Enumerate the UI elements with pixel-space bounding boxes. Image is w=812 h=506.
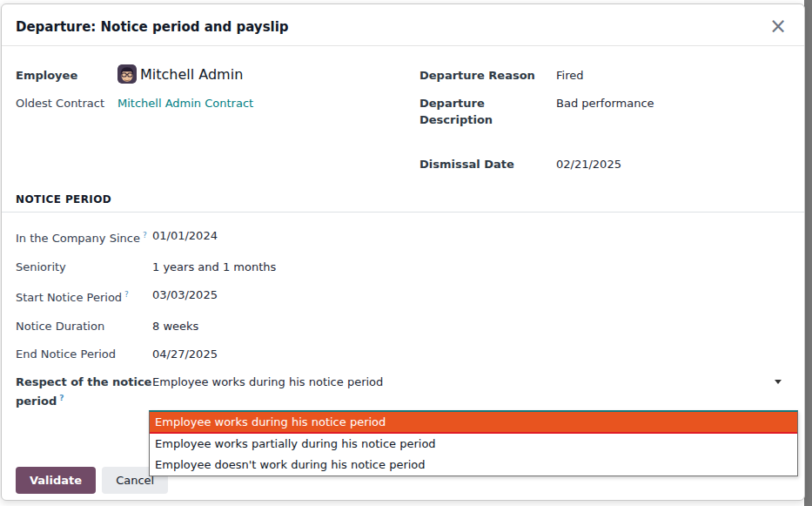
close-icon[interactable]: ×: [766, 17, 790, 35]
notice-period-fields: In the Company Since? 01/01/2024 Seniori…: [16, 213, 790, 409]
help-icon[interactable]: ?: [59, 394, 64, 402]
notice-duration-row: Notice Duration 8 weeks: [16, 318, 790, 334]
dialog-title: Departure: Notice period and payslip: [16, 17, 289, 35]
dialog-body: Employee Mitchell Admin: [2, 46, 804, 409]
departure-reason-label: Departure Reason: [419, 67, 556, 84]
header-fields: Employee Mitchell Admin: [16, 67, 790, 185]
in-company-since-label: In the Company Since?: [16, 227, 152, 246]
help-icon[interactable]: ?: [124, 290, 129, 299]
oldest-contract-label: Oldest Contract: [16, 95, 117, 111]
oldest-contract-link[interactable]: Mitchell Admin Contract: [117, 95, 253, 111]
chevron-down-icon: [775, 380, 782, 384]
departure-description-row: Departure Description Bad performance: [419, 95, 790, 128]
respect-notice-select[interactable]: Employee works during his notice period: [152, 374, 789, 392]
employee-name: Mitchell Admin: [140, 66, 243, 83]
employee-column: Employee Mitchell Admin: [16, 67, 419, 185]
start-notice-period-label: Start Notice Period?: [16, 287, 152, 306]
dropdown-option-doesnt-work[interactable]: Employee doesn't work during his notice …: [150, 455, 797, 476]
departure-description-label: Departure Description: [419, 95, 556, 128]
in-company-since-row: In the Company Since? 01/01/2024: [16, 227, 790, 246]
departure-reason-value[interactable]: Fired: [556, 67, 583, 84]
dismissal-date-label: Dismissal Date: [419, 156, 556, 172]
dimmed-backdrop: [804, 0, 812, 506]
seniority-value[interactable]: 1 years and 1 months: [152, 259, 276, 275]
departure-dialog: Departure: Notice period and payslip × E…: [1, 3, 805, 501]
notice-period-section-title: NOTICE PERIOD: [2, 193, 804, 213]
dialog-footer: Validate Cancel: [16, 467, 168, 494]
oldest-contract-row: Oldest Contract Mitchell Admin Contract: [16, 95, 419, 111]
end-notice-period-row: End Notice Period 04/27/2025: [16, 346, 790, 362]
end-notice-period-value[interactable]: 04/27/2025: [152, 346, 218, 362]
respect-notice-dropdown: Employee works during his notice period …: [149, 410, 798, 476]
departure-description-value[interactable]: Bad performance: [556, 95, 654, 128]
employee-value[interactable]: Mitchell Admin: [117, 64, 243, 84]
dropdown-option-works-partially[interactable]: Employee works partially during his noti…: [150, 434, 797, 455]
employee-avatar: [117, 64, 137, 84]
dialog-header: Departure: Notice period and payslip ×: [2, 4, 804, 46]
dismissal-date-row: Dismissal Date 02/21/2025: [419, 156, 790, 172]
respect-notice-selected-value: Employee works during his notice period: [152, 375, 383, 388]
departure-column: Departure Reason Fired Departure Descrip…: [419, 67, 790, 185]
start-notice-period-value[interactable]: 03/03/2025: [152, 287, 218, 306]
dismissal-date-value[interactable]: 02/21/2025: [556, 156, 621, 172]
end-notice-period-label: End Notice Period: [16, 346, 152, 362]
respect-notice-label: Respect of the notice period?: [16, 374, 152, 409]
help-icon[interactable]: ?: [143, 231, 147, 240]
departure-reason-row: Departure Reason Fired: [419, 67, 790, 84]
validate-button[interactable]: Validate: [16, 467, 96, 494]
notice-duration-label: Notice Duration: [16, 318, 152, 334]
seniority-label: Seniority: [16, 259, 152, 275]
in-company-since-value[interactable]: 01/01/2024: [152, 227, 218, 246]
seniority-row: Seniority 1 years and 1 months: [16, 259, 790, 275]
respect-notice-row: Respect of the notice period? Employee w…: [16, 374, 790, 409]
employee-row: Employee Mitchell Admin: [16, 67, 419, 84]
notice-duration-value[interactable]: 8 weeks: [152, 318, 198, 334]
start-notice-period-row: Start Notice Period? 03/03/2025: [16, 287, 790, 306]
dropdown-option-works[interactable]: Employee works during his notice period: [150, 412, 797, 434]
employee-label: Employee: [16, 67, 117, 84]
